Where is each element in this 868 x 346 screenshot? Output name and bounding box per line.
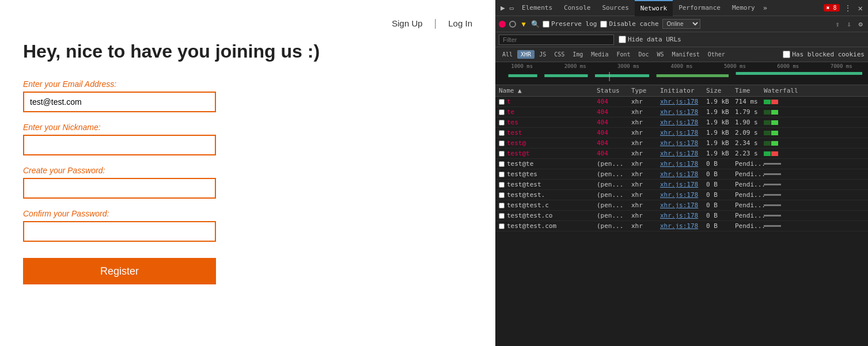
settings-icon[interactable]: ⋮ <box>842 3 854 13</box>
row-waterfall <box>764 129 865 136</box>
table-row[interactable]: tes 404 xhr xhr.js:178 1.9 kB 1.90 s <box>495 117 868 128</box>
devtools-tab-bar: ▶ ▭ Elements Console Sources Network Per… <box>495 0 868 16</box>
svg-rect-3 <box>657 74 729 77</box>
table-row[interactable]: test 404 xhr xhr.js:178 1.9 kB 2.09 s <box>495 128 868 138</box>
th-size[interactable]: Size <box>706 87 735 94</box>
row-status: (pen... <box>597 212 631 219</box>
tab-performance[interactable]: Performance <box>673 0 726 16</box>
row-type: xhr <box>631 129 660 136</box>
table-row[interactable]: test@test.c (pen... xhr xhr.js:178 0 B P… <box>495 200 868 211</box>
nickname-group: Enter your Nickname: <box>23 123 472 155</box>
devtools-settings-icon[interactable]: ⚙ <box>856 20 865 28</box>
table-row[interactable]: test@t 404 xhr xhr.js:178 1.9 kB 2.23 s <box>495 149 868 159</box>
filter-input[interactable] <box>499 35 614 45</box>
stop-button[interactable] <box>509 21 516 28</box>
password-input[interactable] <box>23 178 216 199</box>
row-name: test@test.c <box>499 201 597 209</box>
download-icon[interactable]: ⇩ <box>845 20 853 28</box>
row-type: xhr <box>631 98 660 105</box>
th-status[interactable]: Status <box>597 87 631 94</box>
type-filter-manifest[interactable]: Manifest <box>669 50 703 59</box>
table-row[interactable]: test@test.co (pen... xhr xhr.js:178 0 B … <box>495 211 868 221</box>
login-link[interactable]: Log In <box>448 18 472 28</box>
tab-sources[interactable]: Sources <box>596 0 634 16</box>
row-time: 2.23 s <box>735 150 764 157</box>
cursor-icon[interactable]: ▶ <box>498 2 507 13</box>
type-filter-doc[interactable]: Doc <box>635 50 653 59</box>
page-title: Hey, nice to have you joining us :) <box>23 41 472 62</box>
hide-data-urls-checkbox[interactable]: Hide data URLs <box>619 36 681 43</box>
table-row[interactable]: test@test. (pen... xhr xhr.js:178 0 B Pe… <box>495 190 868 200</box>
row-status: 404 <box>597 139 631 147</box>
timeline-label-2000: 2000 ms <box>548 63 601 69</box>
devtools-panel: ▶ ▭ Elements Console Sources Network Per… <box>495 0 868 346</box>
tab-network[interactable]: Network <box>635 0 673 16</box>
nickname-input[interactable] <box>23 135 216 155</box>
register-button[interactable]: Register <box>23 258 216 284</box>
table-row[interactable]: t 404 xhr xhr.js:178 1.9 kB 714 ms <box>495 97 868 107</box>
type-filter-font[interactable]: Font <box>613 50 634 59</box>
row-status: 404 <box>597 119 631 126</box>
filter-icon[interactable]: ▼ <box>520 20 528 28</box>
devtools-toolbar: ▼ 🔍 Preserve log Disable cache Online Sl… <box>495 16 868 32</box>
row-name: test@test <box>499 181 597 188</box>
timeline-label-6000: 6000 ms <box>761 63 814 69</box>
row-initiator: xhr.js:178 <box>660 150 706 157</box>
type-filter-xhr[interactable]: XHR <box>517 50 535 59</box>
search-icon[interactable]: 🔍 <box>531 20 539 28</box>
disable-cache-checkbox[interactable]: Disable cache <box>600 20 658 28</box>
row-type: xhr <box>631 170 660 178</box>
type-filter-css[interactable]: CSS <box>551 50 568 59</box>
type-filter-ws[interactable]: WS <box>654 50 668 59</box>
th-name[interactable]: Name ▲ <box>499 87 597 94</box>
network-throttle-select[interactable]: Online Slow 3G Fast 3G Offline <box>662 19 700 29</box>
table-row[interactable]: test@te (pen... xhr xhr.js:178 0 B Pendi… <box>495 159 868 169</box>
timeline-labels: 1000 ms 2000 ms 3000 ms 4000 ms 5000 ms … <box>495 62 868 69</box>
th-waterfall[interactable]: Waterfall <box>764 87 865 94</box>
timeline-label-5000: 5000 ms <box>708 63 761 69</box>
email-input[interactable] <box>23 92 216 112</box>
device-icon[interactable]: ▭ <box>507 3 516 13</box>
row-type: xhr <box>631 201 660 209</box>
row-initiator: xhr.js:178 <box>660 160 706 168</box>
devtools-filter-bar: Hide data URLs <box>495 32 868 47</box>
row-time: 2.34 s <box>735 139 764 147</box>
record-button[interactable] <box>499 21 506 28</box>
type-filter-all[interactable]: All <box>499 50 516 59</box>
close-icon[interactable]: ✕ <box>856 2 865 14</box>
tab-console[interactable]: Console <box>558 0 596 16</box>
type-filter-js[interactable]: JS <box>536 50 549 59</box>
devtools-table-header: Name ▲ Status Type Initiator Size Time W… <box>495 85 868 97</box>
row-initiator: xhr.js:178 <box>660 170 706 178</box>
tab-elements[interactable]: Elements <box>516 0 558 16</box>
th-initiator[interactable]: Initiator <box>660 87 706 94</box>
table-row[interactable]: test@ 404 xhr xhr.js:178 1.9 kB 2.34 s <box>495 138 868 149</box>
more-tabs-icon[interactable]: » <box>761 3 770 13</box>
row-name: test@t <box>499 150 597 157</box>
type-filter-img[interactable]: Img <box>569 50 586 59</box>
table-row[interactable]: test@test (pen... xhr xhr.js:178 0 B Pen… <box>495 180 868 190</box>
tab-memory[interactable]: Memory <box>726 0 761 16</box>
row-status: (pen... <box>597 201 631 209</box>
has-blocked-cookies-checkbox[interactable]: Has blocked cookies <box>783 51 865 58</box>
row-initiator: xhr.js:178 <box>660 129 706 136</box>
th-type[interactable]: Type <box>631 87 660 94</box>
svg-rect-1 <box>544 74 587 77</box>
upload-icon[interactable]: ⇧ <box>833 20 842 28</box>
table-row[interactable]: test@test.com (pen... xhr xhr.js:178 0 B… <box>495 221 868 231</box>
row-waterfall <box>764 201 865 209</box>
nickname-label: Enter your Nickname: <box>23 123 472 132</box>
row-time: Pendi... <box>735 212 764 219</box>
devtools-type-filter: All XHR JS CSS Img Media Font Doc WS Man… <box>495 47 868 62</box>
type-filter-other[interactable]: Other <box>704 50 729 59</box>
signup-link[interactable]: Sign Up <box>392 18 422 28</box>
table-row[interactable]: test@tes (pen... xhr xhr.js:178 0 B Pend… <box>495 169 868 180</box>
row-status: 404 <box>597 108 631 116</box>
row-time: 1.79 s <box>735 108 764 116</box>
row-name: test <box>499 129 597 136</box>
type-filter-media[interactable]: Media <box>587 50 612 59</box>
table-row[interactable]: te 404 xhr xhr.js:178 1.9 kB 1.79 s <box>495 107 868 117</box>
th-time[interactable]: Time <box>735 87 764 94</box>
preserve-log-checkbox[interactable]: Preserve log <box>543 20 597 28</box>
confirm-input[interactable] <box>23 221 216 242</box>
